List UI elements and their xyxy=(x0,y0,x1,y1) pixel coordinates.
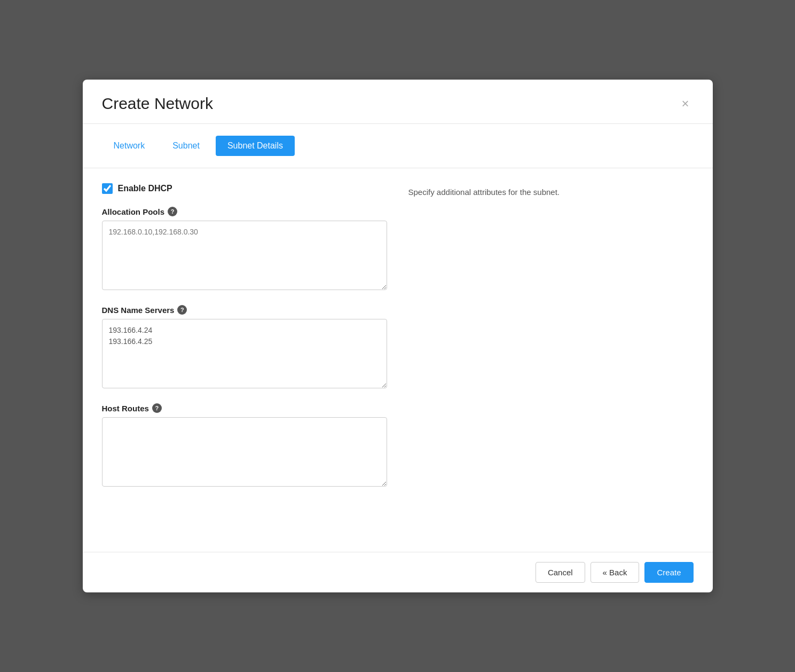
dns-name-servers-group: DNS Name Servers ? 193.166.4.24 193.166.… xyxy=(102,305,387,390)
host-routes-textarea[interactable] xyxy=(102,417,387,487)
close-button[interactable]: × xyxy=(677,95,693,112)
tab-subnet[interactable]: Subnet xyxy=(161,136,211,156)
create-button[interactable]: Create xyxy=(644,562,693,583)
info-text: Specify additional attributes for the su… xyxy=(408,187,694,197)
tab-network[interactable]: Network xyxy=(102,136,157,156)
info-section: Specify additional attributes for the su… xyxy=(408,183,694,537)
modal-body: Enable DHCP Allocation Pools ? DNS Name … xyxy=(83,168,713,552)
back-button[interactable]: « Back xyxy=(591,562,640,583)
modal-footer: Cancel « Back Create xyxy=(83,552,713,592)
host-routes-label-row: Host Routes ? xyxy=(102,403,387,413)
cancel-button[interactable]: Cancel xyxy=(536,562,585,583)
dns-name-servers-label-row: DNS Name Servers ? xyxy=(102,305,387,315)
form-section: Enable DHCP Allocation Pools ? DNS Name … xyxy=(102,183,387,537)
host-routes-label: Host Routes xyxy=(102,404,149,413)
allocation-pools-textarea[interactable] xyxy=(102,221,387,290)
allocation-pools-label-row: Allocation Pools ? xyxy=(102,207,387,216)
allocation-pools-label: Allocation Pools xyxy=(102,207,165,216)
tabs-bar: Network Subnet Subnet Details xyxy=(83,124,713,168)
dns-name-servers-textarea[interactable]: 193.166.4.24 193.166.4.25 xyxy=(102,319,387,388)
host-routes-help-icon[interactable]: ? xyxy=(152,403,162,413)
create-network-modal: Create Network × Network Subnet Subnet D… xyxy=(83,80,713,592)
dhcp-label: Enable DHCP xyxy=(118,184,172,193)
host-routes-group: Host Routes ? xyxy=(102,403,387,489)
modal-overlay: Create Network × Network Subnet Subnet D… xyxy=(0,0,795,672)
dns-name-servers-label: DNS Name Servers xyxy=(102,306,175,315)
dhcp-checkbox[interactable] xyxy=(102,183,113,194)
allocation-pools-group: Allocation Pools ? xyxy=(102,207,387,292)
modal-header: Create Network × xyxy=(83,80,713,124)
dhcp-row: Enable DHCP xyxy=(102,183,387,194)
dns-name-servers-help-icon[interactable]: ? xyxy=(177,305,187,315)
tab-subnet-details[interactable]: Subnet Details xyxy=(216,136,295,156)
allocation-pools-help-icon[interactable]: ? xyxy=(168,207,177,216)
modal-title: Create Network xyxy=(102,95,213,113)
